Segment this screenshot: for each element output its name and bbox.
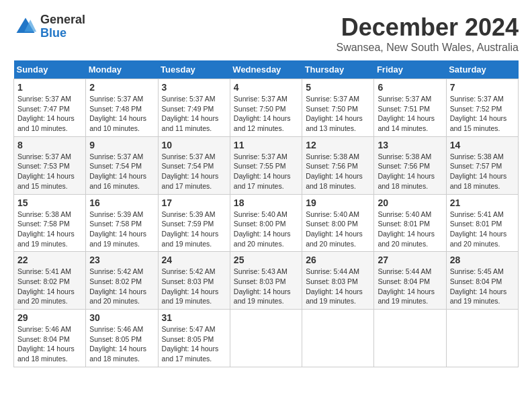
cell-day: 20 <box>378 197 442 208</box>
cell-day: 5 <box>306 82 370 93</box>
calendar-cell-5: 5Sunrise: 5:37 AMSunset: 7:50 PMDaylight… <box>302 79 374 137</box>
cell-info: Sunrise: 5:37 AMSunset: 7:54 PMDaylight:… <box>162 152 226 191</box>
calendar-cell-25: 25Sunrise: 5:43 AMSunset: 8:03 PMDayligh… <box>230 252 302 310</box>
header-saturday: Saturday <box>446 60 518 79</box>
cell-info: Sunrise: 5:42 AMSunset: 8:03 PMDaylight:… <box>162 267 226 306</box>
calendar-cell-21: 21Sunrise: 5:41 AMSunset: 8:01 PMDayligh… <box>446 194 518 252</box>
cell-info: Sunrise: 5:41 AMSunset: 8:01 PMDaylight:… <box>450 210 515 249</box>
cell-day: 11 <box>234 140 298 150</box>
cell-day: 29 <box>17 312 82 323</box>
cell-info: Sunrise: 5:42 AMSunset: 8:02 PMDaylight:… <box>89 267 154 306</box>
calendar-cell-6: 6Sunrise: 5:37 AMSunset: 7:51 PMDaylight… <box>374 79 446 137</box>
calendar-cell-18: 18Sunrise: 5:40 AMSunset: 8:00 PMDayligh… <box>230 194 302 252</box>
calendar-cell-31: 31Sunrise: 5:47 AMSunset: 8:05 PMDayligh… <box>158 310 230 367</box>
cell-day: 27 <box>378 255 442 265</box>
cell-day: 25 <box>234 255 298 265</box>
cell-info: Sunrise: 5:43 AMSunset: 8:03 PMDaylight:… <box>234 267 298 306</box>
cell-day: 15 <box>17 197 82 208</box>
calendar-cell-23: 23Sunrise: 5:42 AMSunset: 8:02 PMDayligh… <box>86 252 158 310</box>
empty-cell <box>302 310 374 367</box>
cell-day: 3 <box>162 82 226 93</box>
cell-day: 12 <box>306 140 370 150</box>
calendar-cell-8: 8Sunrise: 5:37 AMSunset: 7:53 PMDaylight… <box>14 136 86 194</box>
calendar-cell-1: 1Sunrise: 5:37 AMSunset: 7:47 PMDaylight… <box>14 79 86 137</box>
cell-day: 22 <box>17 255 82 265</box>
week-row-4: 22Sunrise: 5:41 AMSunset: 8:02 PMDayligh… <box>14 252 519 310</box>
calendar-cell-29: 29Sunrise: 5:46 AMSunset: 8:04 PMDayligh… <box>14 310 86 367</box>
cell-info: Sunrise: 5:37 AMSunset: 7:52 PMDaylight:… <box>450 94 515 134</box>
cell-info: Sunrise: 5:37 AMSunset: 7:54 PMDaylight:… <box>89 152 154 191</box>
cell-info: Sunrise: 5:44 AMSunset: 8:03 PMDaylight:… <box>306 267 370 306</box>
title-section: December 2024 Swansea, New South Wales, … <box>336 13 519 54</box>
week-row-5: 29Sunrise: 5:46 AMSunset: 8:04 PMDayligh… <box>14 310 519 367</box>
cell-info: Sunrise: 5:40 AMSunset: 8:00 PMDaylight:… <box>234 210 298 249</box>
logo-text: General Blue <box>40 13 85 40</box>
calendar-cell-15: 15Sunrise: 5:38 AMSunset: 7:58 PMDayligh… <box>14 194 86 252</box>
calendar-cell-20: 20Sunrise: 5:40 AMSunset: 8:01 PMDayligh… <box>374 194 446 252</box>
logo-icon <box>13 15 38 39</box>
cell-day: 2 <box>89 82 154 93</box>
cell-day: 30 <box>89 312 154 323</box>
cell-day: 31 <box>162 312 226 323</box>
header-tuesday: Tuesday <box>158 60 230 79</box>
empty-cell <box>374 310 446 367</box>
logo-blue: Blue <box>40 27 85 40</box>
cell-info: Sunrise: 5:37 AMSunset: 7:55 PMDaylight:… <box>234 152 298 191</box>
calendar-cell-17: 17Sunrise: 5:39 AMSunset: 7:59 PMDayligh… <box>158 194 230 252</box>
cell-day: 7 <box>450 82 515 93</box>
logo-general: General <box>40 13 85 27</box>
empty-cell <box>446 310 518 367</box>
header-wednesday: Wednesday <box>230 60 302 79</box>
calendar-cell-30: 30Sunrise: 5:46 AMSunset: 8:05 PMDayligh… <box>86 310 158 367</box>
calendar-cell-22: 22Sunrise: 5:41 AMSunset: 8:02 PMDayligh… <box>14 252 86 310</box>
calendar-cell-26: 26Sunrise: 5:44 AMSunset: 8:03 PMDayligh… <box>302 252 374 310</box>
cell-info: Sunrise: 5:38 AMSunset: 7:56 PMDaylight:… <box>306 152 370 191</box>
calendar-cell-13: 13Sunrise: 5:38 AMSunset: 7:56 PMDayligh… <box>374 136 446 194</box>
cell-info: Sunrise: 5:46 AMSunset: 8:04 PMDaylight:… <box>17 324 82 364</box>
calendar-table: Sunday Monday Tuesday Wednesday Thursday… <box>13 60 519 367</box>
cell-info: Sunrise: 5:40 AMSunset: 8:01 PMDaylight:… <box>378 210 442 249</box>
cell-info: Sunrise: 5:41 AMSunset: 8:02 PMDaylight:… <box>17 267 82 306</box>
cell-day: 28 <box>450 255 515 265</box>
cell-info: Sunrise: 5:37 AMSunset: 7:51 PMDaylight:… <box>378 94 442 134</box>
week-row-3: 15Sunrise: 5:38 AMSunset: 7:58 PMDayligh… <box>14 194 519 252</box>
cell-info: Sunrise: 5:38 AMSunset: 7:56 PMDaylight:… <box>378 152 442 191</box>
header-sunday: Sunday <box>14 60 86 79</box>
cell-info: Sunrise: 5:40 AMSunset: 8:00 PMDaylight:… <box>306 210 370 249</box>
calendar-cell-7: 7Sunrise: 5:37 AMSunset: 7:52 PMDaylight… <box>446 79 518 137</box>
cell-day: 10 <box>162 140 226 150</box>
header-thursday: Thursday <box>302 60 374 79</box>
cell-day: 14 <box>450 140 515 150</box>
cell-info: Sunrise: 5:37 AMSunset: 7:48 PMDaylight:… <box>89 94 154 134</box>
cell-info: Sunrise: 5:45 AMSunset: 8:04 PMDaylight:… <box>450 267 515 306</box>
calendar-cell-16: 16Sunrise: 5:39 AMSunset: 7:58 PMDayligh… <box>86 194 158 252</box>
calendar-subtitle: Swansea, New South Wales, Australia <box>336 42 519 54</box>
header-monday: Monday <box>86 60 158 79</box>
calendar-cell-28: 28Sunrise: 5:45 AMSunset: 8:04 PMDayligh… <box>446 252 518 310</box>
calendar-cell-10: 10Sunrise: 5:37 AMSunset: 7:54 PMDayligh… <box>158 136 230 194</box>
page-header: General Blue December 2024 Swansea, New … <box>13 13 519 54</box>
calendar-cell-4: 4Sunrise: 5:37 AMSunset: 7:50 PMDaylight… <box>230 79 302 137</box>
calendar-cell-24: 24Sunrise: 5:42 AMSunset: 8:03 PMDayligh… <box>158 252 230 310</box>
calendar-cell-3: 3Sunrise: 5:37 AMSunset: 7:49 PMDaylight… <box>158 79 230 137</box>
cell-day: 4 <box>234 82 298 93</box>
cell-info: Sunrise: 5:39 AMSunset: 7:58 PMDaylight:… <box>89 210 154 249</box>
week-row-2: 8Sunrise: 5:37 AMSunset: 7:53 PMDaylight… <box>14 136 519 194</box>
cell-day: 17 <box>162 197 226 208</box>
cell-day: 23 <box>89 255 154 265</box>
calendar-cell-27: 27Sunrise: 5:44 AMSunset: 8:04 PMDayligh… <box>374 252 446 310</box>
weekday-header-row: Sunday Monday Tuesday Wednesday Thursday… <box>14 60 519 79</box>
cell-day: 19 <box>306 197 370 208</box>
calendar-cell-14: 14Sunrise: 5:38 AMSunset: 7:57 PMDayligh… <box>446 136 518 194</box>
cell-day: 16 <box>89 197 154 208</box>
cell-info: Sunrise: 5:37 AMSunset: 7:50 PMDaylight:… <box>306 94 370 134</box>
cell-day: 6 <box>378 82 442 93</box>
cell-info: Sunrise: 5:37 AMSunset: 7:47 PMDaylight:… <box>17 94 82 134</box>
header-friday: Friday <box>374 60 446 79</box>
cell-day: 9 <box>89 140 154 150</box>
calendar-cell-2: 2Sunrise: 5:37 AMSunset: 7:48 PMDaylight… <box>86 79 158 137</box>
cell-info: Sunrise: 5:39 AMSunset: 7:59 PMDaylight:… <box>162 210 226 249</box>
cell-day: 1 <box>17 82 82 93</box>
calendar-cell-11: 11Sunrise: 5:37 AMSunset: 7:55 PMDayligh… <box>230 136 302 194</box>
cell-info: Sunrise: 5:38 AMSunset: 7:57 PMDaylight:… <box>450 152 515 191</box>
